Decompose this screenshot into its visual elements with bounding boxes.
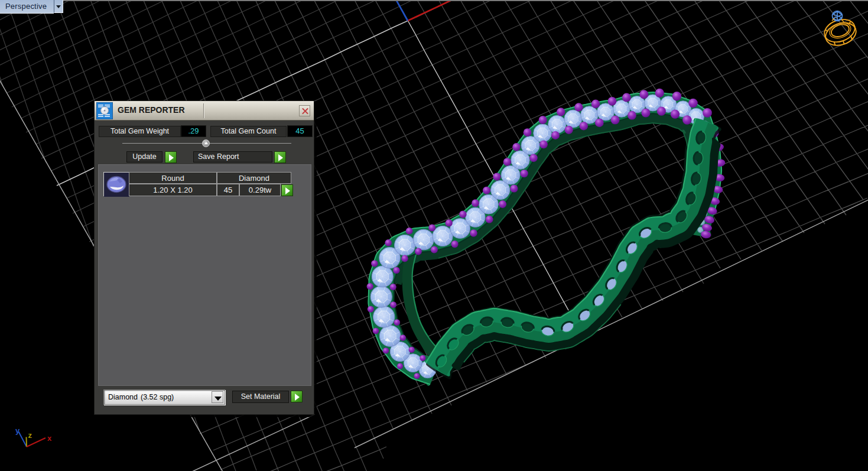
svg-text:y: y — [15, 426, 20, 435]
svg-text:z: z — [28, 431, 32, 440]
svg-text:x: x — [47, 434, 52, 443]
